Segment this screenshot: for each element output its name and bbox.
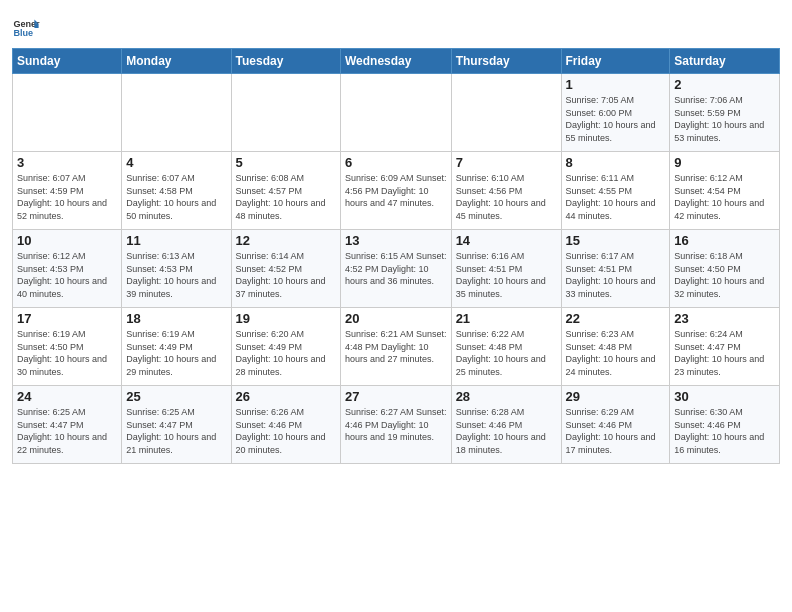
cell-2-4: 6Sunrise: 6:09 AM Sunset: 4:56 PM Daylig… [341,152,452,230]
cell-info: Sunrise: 6:30 AM Sunset: 4:46 PM Dayligh… [674,406,775,456]
day-number: 11 [126,233,226,248]
day-number: 2 [674,77,775,92]
day-number: 6 [345,155,447,170]
cell-3-3: 12Sunrise: 6:14 AM Sunset: 4:52 PM Dayli… [231,230,340,308]
cell-5-4: 27Sunrise: 6:27 AM Sunset: 4:46 PM Dayli… [341,386,452,464]
cell-5-6: 29Sunrise: 6:29 AM Sunset: 4:46 PM Dayli… [561,386,670,464]
cell-2-1: 3Sunrise: 6:07 AM Sunset: 4:59 PM Daylig… [13,152,122,230]
week-row-3: 10Sunrise: 6:12 AM Sunset: 4:53 PM Dayli… [13,230,780,308]
cell-4-3: 19Sunrise: 6:20 AM Sunset: 4:49 PM Dayli… [231,308,340,386]
day-number: 12 [236,233,336,248]
cell-5-7: 30Sunrise: 6:30 AM Sunset: 4:46 PM Dayli… [670,386,780,464]
cell-info: Sunrise: 6:24 AM Sunset: 4:47 PM Dayligh… [674,328,775,378]
day-number: 7 [456,155,557,170]
cell-info: Sunrise: 6:25 AM Sunset: 4:47 PM Dayligh… [126,406,226,456]
cell-info: Sunrise: 6:07 AM Sunset: 4:59 PM Dayligh… [17,172,117,222]
cell-info: Sunrise: 6:17 AM Sunset: 4:51 PM Dayligh… [566,250,666,300]
cell-info: Sunrise: 6:28 AM Sunset: 4:46 PM Dayligh… [456,406,557,456]
cell-5-2: 25Sunrise: 6:25 AM Sunset: 4:47 PM Dayli… [122,386,231,464]
cell-info: Sunrise: 6:09 AM Sunset: 4:56 PM Dayligh… [345,172,447,210]
header: General Blue [12,10,780,42]
svg-marker-3 [34,24,38,28]
day-number: 27 [345,389,447,404]
cell-info: Sunrise: 6:16 AM Sunset: 4:51 PM Dayligh… [456,250,557,300]
day-number: 15 [566,233,666,248]
cell-1-1 [13,74,122,152]
day-number: 4 [126,155,226,170]
header-day-wednesday: Wednesday [341,49,452,74]
cell-info: Sunrise: 6:26 AM Sunset: 4:46 PM Dayligh… [236,406,336,456]
day-number: 13 [345,233,447,248]
day-number: 5 [236,155,336,170]
cell-info: Sunrise: 6:19 AM Sunset: 4:49 PM Dayligh… [126,328,226,378]
day-number: 30 [674,389,775,404]
header-day-monday: Monday [122,49,231,74]
cell-info: Sunrise: 6:25 AM Sunset: 4:47 PM Dayligh… [17,406,117,456]
cell-2-2: 4Sunrise: 6:07 AM Sunset: 4:58 PM Daylig… [122,152,231,230]
cell-1-2 [122,74,231,152]
cell-4-4: 20Sunrise: 6:21 AM Sunset: 4:48 PM Dayli… [341,308,452,386]
cell-info: Sunrise: 6:10 AM Sunset: 4:56 PM Dayligh… [456,172,557,222]
day-number: 25 [126,389,226,404]
cell-5-3: 26Sunrise: 6:26 AM Sunset: 4:46 PM Dayli… [231,386,340,464]
cell-info: Sunrise: 6:27 AM Sunset: 4:46 PM Dayligh… [345,406,447,444]
cell-1-5 [451,74,561,152]
cell-1-4 [341,74,452,152]
day-number: 21 [456,311,557,326]
header-day-saturday: Saturday [670,49,780,74]
cell-info: Sunrise: 7:05 AM Sunset: 6:00 PM Dayligh… [566,94,666,144]
week-row-5: 24Sunrise: 6:25 AM Sunset: 4:47 PM Dayli… [13,386,780,464]
cell-info: Sunrise: 6:19 AM Sunset: 4:50 PM Dayligh… [17,328,117,378]
cell-5-5: 28Sunrise: 6:28 AM Sunset: 4:46 PM Dayli… [451,386,561,464]
cell-info: Sunrise: 6:29 AM Sunset: 4:46 PM Dayligh… [566,406,666,456]
cell-2-7: 9Sunrise: 6:12 AM Sunset: 4:54 PM Daylig… [670,152,780,230]
cell-info: Sunrise: 6:12 AM Sunset: 4:53 PM Dayligh… [17,250,117,300]
cell-1-6: 1Sunrise: 7:05 AM Sunset: 6:00 PM Daylig… [561,74,670,152]
cell-info: Sunrise: 6:23 AM Sunset: 4:48 PM Dayligh… [566,328,666,378]
cell-5-1: 24Sunrise: 6:25 AM Sunset: 4:47 PM Dayli… [13,386,122,464]
cell-3-6: 15Sunrise: 6:17 AM Sunset: 4:51 PM Dayli… [561,230,670,308]
cell-2-6: 8Sunrise: 6:11 AM Sunset: 4:55 PM Daylig… [561,152,670,230]
week-row-4: 17Sunrise: 6:19 AM Sunset: 4:50 PM Dayli… [13,308,780,386]
cell-1-3 [231,74,340,152]
day-number: 20 [345,311,447,326]
cell-3-2: 11Sunrise: 6:13 AM Sunset: 4:53 PM Dayli… [122,230,231,308]
cell-4-5: 21Sunrise: 6:22 AM Sunset: 4:48 PM Dayli… [451,308,561,386]
cell-info: Sunrise: 6:21 AM Sunset: 4:48 PM Dayligh… [345,328,447,366]
cell-info: Sunrise: 6:12 AM Sunset: 4:54 PM Dayligh… [674,172,775,222]
day-number: 3 [17,155,117,170]
cell-4-6: 22Sunrise: 6:23 AM Sunset: 4:48 PM Dayli… [561,308,670,386]
day-number: 10 [17,233,117,248]
cell-info: Sunrise: 6:07 AM Sunset: 4:58 PM Dayligh… [126,172,226,222]
cell-4-7: 23Sunrise: 6:24 AM Sunset: 4:47 PM Dayli… [670,308,780,386]
day-number: 16 [674,233,775,248]
cell-4-1: 17Sunrise: 6:19 AM Sunset: 4:50 PM Dayli… [13,308,122,386]
day-number: 18 [126,311,226,326]
cell-info: Sunrise: 6:20 AM Sunset: 4:49 PM Dayligh… [236,328,336,378]
cell-2-5: 7Sunrise: 6:10 AM Sunset: 4:56 PM Daylig… [451,152,561,230]
day-number: 23 [674,311,775,326]
day-number: 24 [17,389,117,404]
cell-info: Sunrise: 6:08 AM Sunset: 4:57 PM Dayligh… [236,172,336,222]
calendar-container: General Blue SundayMondayTuesdayWednesda… [0,0,792,474]
header-row: SundayMondayTuesdayWednesdayThursdayFrid… [13,49,780,74]
cell-3-1: 10Sunrise: 6:12 AM Sunset: 4:53 PM Dayli… [13,230,122,308]
day-number: 28 [456,389,557,404]
cell-info: Sunrise: 6:18 AM Sunset: 4:50 PM Dayligh… [674,250,775,300]
day-number: 22 [566,311,666,326]
header-day-thursday: Thursday [451,49,561,74]
day-number: 14 [456,233,557,248]
header-day-tuesday: Tuesday [231,49,340,74]
header-day-friday: Friday [561,49,670,74]
svg-text:Blue: Blue [13,28,33,38]
cell-3-4: 13Sunrise: 6:15 AM Sunset: 4:52 PM Dayli… [341,230,452,308]
cell-2-3: 5Sunrise: 6:08 AM Sunset: 4:57 PM Daylig… [231,152,340,230]
day-number: 9 [674,155,775,170]
cell-1-7: 2Sunrise: 7:06 AM Sunset: 5:59 PM Daylig… [670,74,780,152]
day-number: 17 [17,311,117,326]
header-day-sunday: Sunday [13,49,122,74]
cell-3-7: 16Sunrise: 6:18 AM Sunset: 4:50 PM Dayli… [670,230,780,308]
day-number: 26 [236,389,336,404]
cell-info: Sunrise: 6:13 AM Sunset: 4:53 PM Dayligh… [126,250,226,300]
cell-info: Sunrise: 6:14 AM Sunset: 4:52 PM Dayligh… [236,250,336,300]
